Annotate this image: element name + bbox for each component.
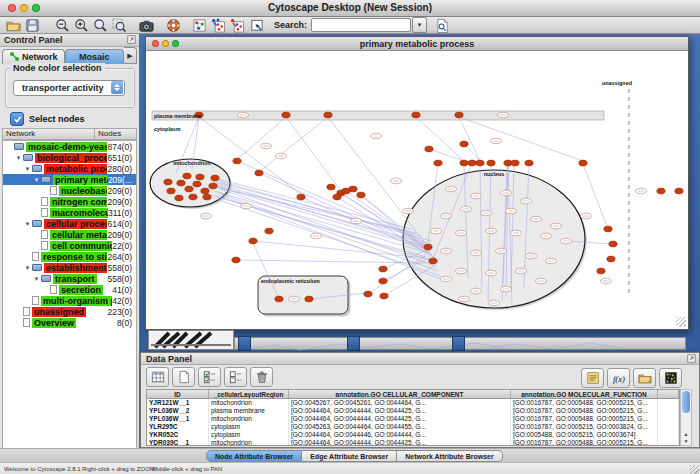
graph-node[interactable] <box>183 173 191 179</box>
graph-node[interactable] <box>324 112 332 118</box>
graph-node[interactable] <box>297 194 305 200</box>
network-tree[interactable]: mosaic-demo-yeast874(0)▼biological_proce… <box>2 140 137 474</box>
scroll-up-icon[interactable]: ▲ <box>684 431 689 437</box>
table-scrollbar[interactable]: ▲ ▼ <box>680 389 692 446</box>
zoom-button[interactable] <box>172 40 179 47</box>
network-manager-icon[interactable] <box>191 17 208 33</box>
network-graph[interactable]: plasma membranecytoplasmmitochondrionnuc… <box>146 51 688 329</box>
graph-node[interactable] <box>364 291 372 297</box>
import-attributes-icon[interactable] <box>633 368 656 388</box>
tree-row[interactable]: Overview8(0) <box>3 317 136 328</box>
compartment-nucleus[interactable] <box>403 170 585 308</box>
graph-node[interactable] <box>425 146 433 152</box>
search-input[interactable] <box>311 18 411 32</box>
overlay-networks-icon[interactable] <box>210 17 227 33</box>
expand-arrow-icon[interactable]: ▼ <box>23 265 32 271</box>
table-row[interactable]: YPL036W__1mitochondrion[GO:0044464, GO:0… <box>147 415 679 423</box>
table-row[interactable]: YJR121W__1mitochondrion[GO:0045267, GO:0… <box>147 399 679 407</box>
expand-arrow-icon[interactable]: ▼ <box>14 155 23 161</box>
graph-node[interactable] <box>255 170 263 176</box>
graph-node[interactable] <box>357 192 365 198</box>
snapshot-icon[interactable] <box>138 17 155 33</box>
unselect-attributes-icon[interactable] <box>224 367 247 387</box>
graph-node[interactable] <box>193 181 201 187</box>
graph-node[interactable] <box>265 228 273 234</box>
graph-node[interactable] <box>597 268 605 274</box>
graph-node[interactable] <box>305 296 313 302</box>
graph-node[interactable] <box>429 258 437 264</box>
tree-row[interactable]: ▼establishment of lo558(0) <box>3 262 136 273</box>
zoom-selected-icon[interactable] <box>111 17 128 33</box>
tree-row[interactable]: cellular metabol209(0) <box>3 229 136 240</box>
help-ring-icon[interactable] <box>165 17 182 33</box>
graph-node[interactable] <box>424 244 432 250</box>
tab-node-attribute-browser[interactable]: Node Attribute Browser <box>206 450 302 462</box>
delete-attribute-icon[interactable] <box>250 367 273 387</box>
graph-node[interactable] <box>275 296 283 302</box>
graph-node[interactable] <box>327 184 335 190</box>
tab-edge-attribute-browser[interactable]: Edge Attribute Browser <box>302 450 397 462</box>
graph-node[interactable] <box>487 160 495 166</box>
column-header[interactable]: annotation.GO MOLECULAR_FUNCTION <box>511 390 658 398</box>
vizmapper-icon[interactable] <box>248 17 265 33</box>
graph-node[interactable] <box>675 188 683 194</box>
graph-node[interactable] <box>164 179 172 185</box>
graph-node[interactable] <box>412 112 420 118</box>
tree-row[interactable]: macromolecule311(0) <box>3 207 136 218</box>
expand-arrow-icon[interactable]: ▼ <box>23 221 32 227</box>
graph-node[interactable] <box>175 195 183 201</box>
new-attribute-icon[interactable] <box>172 367 195 387</box>
tree-row[interactable]: cell communicat22(0) <box>3 240 136 251</box>
graph-node[interactable] <box>249 238 257 244</box>
graph-node[interactable] <box>333 194 341 200</box>
graph-node[interactable] <box>380 293 388 299</box>
table-row[interactable]: YKR052Ccytoplasm[GO:0044464, GO:0044446,… <box>147 431 679 439</box>
tree-row[interactable]: ▼biological_process651(0) <box>3 152 136 163</box>
minimize-button[interactable] <box>20 4 28 12</box>
compartment-plasma-membrane[interactable] <box>152 111 604 120</box>
graph-node[interactable] <box>167 188 175 194</box>
merge-networks-icon[interactable] <box>229 17 246 33</box>
table-row[interactable]: YDR039C__1mitochondrion[GO:0044464, GO:0… <box>147 439 679 446</box>
attribute-table-icon[interactable] <box>146 367 169 387</box>
tree-row[interactable]: unassigned223(0) <box>3 306 136 317</box>
function-builder-icon[interactable]: f(x) <box>607 368 630 388</box>
graph-node[interactable] <box>185 186 193 192</box>
tree-row[interactable]: nucleobase-209(0) <box>3 185 136 196</box>
tree-row[interactable]: nitrogen compo209(0) <box>3 196 136 207</box>
expand-arrow-icon[interactable]: ▼ <box>23 166 32 172</box>
tree-row[interactable]: mosaic-demo-yeast874(0) <box>3 141 136 152</box>
graph-node[interactable] <box>342 188 350 194</box>
graph-node[interactable] <box>476 160 484 166</box>
table-row[interactable]: YLR295Ccytoplasm[GO:0045263, GO:0044464,… <box>147 423 679 431</box>
close-button[interactable] <box>152 40 159 47</box>
graph-node[interactable] <box>607 256 615 262</box>
open-session-icon[interactable] <box>5 17 22 33</box>
tab-network[interactable]: Network <box>2 49 65 64</box>
search-dropdown-button[interactable]: ▼ <box>412 17 427 33</box>
zoom-fit-icon[interactable] <box>92 17 109 33</box>
network-window-titlebar[interactable]: primary metabolic process <box>146 37 688 51</box>
graph-node[interactable] <box>233 158 241 164</box>
graph-node[interactable] <box>209 183 217 189</box>
annotation-notes-icon[interactable] <box>581 368 604 388</box>
tree-row[interactable]: multi-organism pro42(0) <box>3 295 136 306</box>
graph-node[interactable] <box>609 241 617 247</box>
network-canvas[interactable]: plasma membranecytoplasmmitochondrionnuc… <box>146 51 688 329</box>
tab-network-attribute-browser[interactable]: Network Attribute Browser <box>397 450 502 462</box>
graph-node[interactable] <box>604 226 612 232</box>
graph-node[interactable] <box>379 266 387 272</box>
graph-node[interactable] <box>468 160 476 166</box>
graph-node[interactable] <box>379 278 387 284</box>
tab-mosaic[interactable]: Mosaic <box>65 49 124 64</box>
select-attributes-icon[interactable] <box>198 367 221 387</box>
tree-row[interactable]: secretion41(0) <box>3 284 136 295</box>
zoom-button[interactable] <box>32 4 40 12</box>
graph-node[interactable] <box>211 175 219 181</box>
graph-node[interactable] <box>196 174 204 180</box>
graph-node[interactable] <box>434 160 442 166</box>
tree-row[interactable]: ▼transport558(0) <box>3 273 136 284</box>
graph-node[interactable] <box>460 141 468 147</box>
graph-node[interactable] <box>579 160 587 166</box>
table-row[interactable]: YPL036W__2plasma membrane[GO:0044464, GO… <box>147 407 679 415</box>
